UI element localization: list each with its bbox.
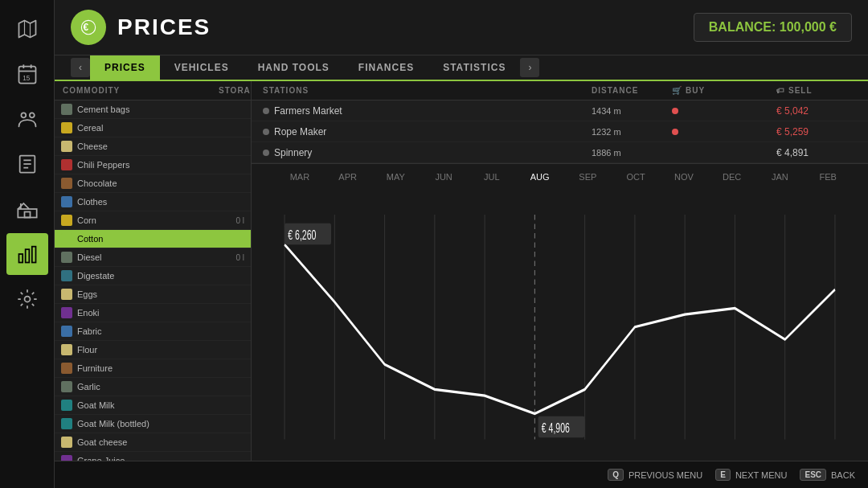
svg-rect-13 [18, 209, 36, 218]
item-icon [61, 307, 72, 318]
item-icon [61, 326, 72, 337]
list-item[interactable]: Chocolate [55, 174, 251, 193]
q-key-badge[interactable]: Q [608, 469, 624, 481]
item-icon [61, 252, 72, 263]
item-icon [61, 141, 72, 152]
prev-menu-action: Q PREVIOUS MENU [608, 469, 702, 481]
list-item[interactable]: Eggs [55, 285, 251, 304]
sidebar-item-calendar[interactable]: 15 [6, 53, 48, 95]
list-item[interactable]: Furniture [55, 359, 251, 378]
sidebar-item-map[interactable] [6, 8, 48, 50]
item-name: Eggs [77, 289, 228, 299]
station-name-cell: Rope Maker [263, 126, 592, 137]
list-item[interactable]: Garlic [55, 378, 251, 396]
svg-text:€ 4,906: € 4,906 [542, 420, 570, 435]
list-item[interactable]: Corn 0 l [55, 211, 251, 230]
station-sell: € 5,042 [776, 105, 857, 117]
station-name: Farmers Market [274, 105, 342, 117]
list-item[interactable]: Diesel 0 l [55, 248, 251, 267]
chart-month-label: JUL [468, 172, 516, 182]
item-icon [61, 233, 72, 244]
list-item[interactable]: Grape Juice [55, 452, 251, 461]
commodity-list: COMMODITY STORAGE Cement bags Cereal Che… [55, 81, 252, 461]
right-panel: STATIONS DISTANCE 🛒 BUY 🏷 SELL Farmers M… [252, 81, 868, 461]
tab-hand-tools[interactable]: HAND TOOLS [244, 55, 344, 80]
sidebar-item-animals[interactable] [6, 98, 48, 140]
prices-icon: € [71, 10, 106, 45]
item-name: Digestate [77, 271, 228, 281]
station-name-cell: Spinnery [263, 147, 592, 158]
list-item[interactable]: Cheese [55, 137, 251, 156]
tab-finances[interactable]: FINANCES [344, 55, 428, 80]
chart-month-label: OCT [612, 172, 660, 182]
content-area: COMMODITY STORAGE Cement bags Cereal Che… [55, 81, 868, 461]
sidebar-item-factory[interactable] [6, 188, 48, 230]
station-distance: 1434 m [592, 106, 672, 116]
station-distance: 1886 m [592, 148, 672, 158]
main-panel: € PRICES BALANCE: 100,000 € ‹ PRICES VEH… [55, 0, 868, 488]
item-name: Goat cheese [77, 437, 228, 447]
stations-header: STATIONS DISTANCE 🛒 BUY 🏷 SELL [252, 81, 868, 100]
nav-prev-arrow[interactable]: ‹ [71, 58, 90, 77]
list-item[interactable]: Cereal [55, 119, 251, 137]
tab-prices[interactable]: PRICES [90, 55, 160, 80]
header: € PRICES BALANCE: 100,000 € [55, 0, 868, 55]
next-menu-action: E NEXT MENU [715, 469, 787, 481]
nav-next-arrow[interactable]: › [520, 58, 539, 77]
list-item[interactable]: Digestate [55, 267, 251, 285]
bottom-bar: Q PREVIOUS MENU E NEXT MENU ESC BACK [55, 461, 868, 488]
station-row[interactable]: Spinnery 1886 m € 4,891 [252, 142, 868, 163]
prev-menu-label: PREVIOUS MENU [628, 470, 702, 480]
item-name: Furniture [77, 363, 228, 373]
balance-label: BALANCE: [709, 20, 776, 34]
sell-indicator [672, 129, 678, 135]
list-item[interactable]: Fabric [55, 322, 251, 341]
list-item[interactable]: Cement bags [55, 100, 251, 119]
list-item[interactable]: Enoki [55, 304, 251, 322]
item-icon [61, 159, 72, 170]
next-menu-label: NEXT MENU [735, 470, 788, 480]
list-item[interactable]: Goat cheese [55, 433, 251, 452]
chart-month-label: NOV [660, 172, 708, 182]
item-name: Flour [77, 345, 228, 355]
station-row[interactable]: Farmers Market 1434 m € 5,042 [252, 100, 868, 121]
svg-text:€: € [84, 22, 89, 33]
commodity-items: Cement bags Cereal Cheese Chili Peppers … [55, 100, 251, 461]
svg-text:€ 6,260: € 6,260 [288, 227, 316, 242]
list-item[interactable]: Goat Milk (bottled) [55, 415, 251, 433]
back-action: ESC BACK [800, 469, 855, 481]
esc-key-badge[interactable]: ESC [800, 469, 826, 481]
sidebar-item-statistics[interactable] [6, 233, 48, 275]
station-buy [672, 108, 776, 114]
page-title: PRICES [117, 14, 211, 40]
item-icon [61, 289, 72, 300]
item-icon [61, 381, 72, 392]
chart-area: MARAPRMAYJUNJULAUGSEPOCTNOVDECJANFEB € 6… [252, 164, 868, 461]
station-rows: Farmers Market 1434 m € 5,042 Rope Maker… [252, 100, 868, 163]
item-name: Goat Milk [77, 400, 228, 410]
list-item[interactable]: Cotton [55, 230, 251, 248]
sidebar-item-settings[interactable] [6, 278, 48, 320]
list-item[interactable]: Flour [55, 341, 251, 359]
item-name: Chocolate [77, 178, 228, 188]
cart-icon: 🛒 [672, 86, 682, 95]
list-item[interactable]: Goat Milk [55, 396, 251, 415]
tab-statistics[interactable]: STATISTICS [428, 55, 520, 80]
list-item[interactable]: Chili Peppers [55, 156, 251, 174]
item-icon [61, 344, 72, 355]
svg-point-19 [24, 297, 30, 302]
station-buy [672, 129, 776, 135]
station-row[interactable]: Rope Maker 1232 m € 5,259 [252, 121, 868, 142]
station-sell: € 5,259 [776, 126, 857, 137]
chart-month-label: JUN [420, 172, 468, 182]
commodity-col-header: COMMODITY [63, 86, 219, 95]
station-dot [263, 150, 269, 156]
tab-vehicles[interactable]: VEHICLES [160, 55, 244, 80]
e-key-badge[interactable]: E [715, 469, 731, 481]
item-storage: 0 l [228, 216, 244, 225]
chart-month-label: DEC [708, 172, 756, 182]
list-item[interactable]: Clothes [55, 193, 251, 211]
item-storage: 0 l [228, 253, 244, 262]
item-icon [61, 437, 72, 448]
sidebar-item-documents[interactable] [6, 143, 48, 185]
